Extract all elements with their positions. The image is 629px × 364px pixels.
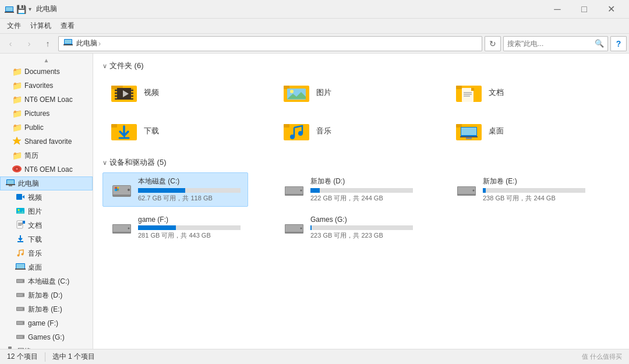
sidebar-item-docs[interactable]: 文档 bbox=[0, 218, 93, 232]
refresh-button[interactable]: ↻ bbox=[485, 36, 501, 51]
svg-point-83 bbox=[290, 135, 295, 139]
sidebar-item-local-c[interactable]: 本地磁盘 (C:) bbox=[0, 274, 93, 288]
sidebar-item-game-f[interactable]: game (F:) bbox=[0, 316, 93, 330]
menu-computer[interactable]: 计算机 bbox=[26, 20, 56, 32]
svg-rect-95 bbox=[115, 187, 116, 189]
drive-item-f[interactable]: game (F:) 281 GB 可用，共 443 GB bbox=[103, 211, 248, 244]
svg-rect-29 bbox=[15, 268, 26, 270]
drive-info-e: 新加卷 (E:) 238 GB 可用，共 244 GB bbox=[483, 176, 585, 203]
search-box[interactable]: 🔍 bbox=[503, 36, 608, 51]
sidebar-item-public[interactable]: 📁 Public bbox=[0, 121, 93, 135]
folder-icon-pictures bbox=[282, 81, 310, 104]
status-bar: 12 个项目 选中 1 个项目 值 什么值得买 bbox=[0, 349, 629, 364]
sidebar-label-resume: 简历 bbox=[24, 151, 38, 161]
maximize-button[interactable]: □ bbox=[571, 0, 598, 19]
sidebar-item-images[interactable]: 图片 bbox=[0, 204, 93, 218]
title-bar-icon bbox=[5, 5, 14, 14]
folder-item-videos[interactable]: 视频 bbox=[103, 76, 219, 109]
drive-item-e[interactable]: 新加卷 (E:) 238 GB 可用，共 244 GB bbox=[447, 172, 593, 207]
video-icon bbox=[15, 192, 26, 203]
back-button[interactable]: ‹ bbox=[2, 36, 19, 51]
sidebar-item-nt6oem[interactable]: 📁 NT6 OEM Loac bbox=[0, 93, 93, 107]
sidebar-label-public: Public bbox=[24, 123, 44, 132]
folders-section-header[interactable]: ∨ 文件夹 (6) bbox=[103, 61, 620, 71]
drives-section-header[interactable]: ∨ 设备和驱动器 (5) bbox=[103, 157, 620, 168]
sidebar-item-music[interactable]: 音乐 bbox=[0, 246, 93, 260]
forward-button[interactable]: › bbox=[21, 36, 37, 51]
svg-rect-64 bbox=[131, 97, 133, 98]
svg-marker-6 bbox=[13, 137, 21, 144]
sidebar-item-games-g[interactable]: Games (G:) bbox=[0, 330, 93, 344]
help-button[interactable]: ? bbox=[610, 36, 627, 51]
sidebar-item-new-e[interactable]: 新加卷 (E:) bbox=[0, 302, 93, 316]
drive-item-g[interactable]: Games (G:) 223 GB 可用，共 223 GB bbox=[275, 211, 420, 244]
svg-point-35 bbox=[23, 294, 24, 295]
svg-rect-59 bbox=[115, 94, 117, 96]
close-button[interactable]: ✕ bbox=[598, 0, 624, 19]
folder-icon-documents bbox=[455, 81, 483, 104]
address-bar: ‹ › ↑ 此电脑 › ↻ 🔍 ? bbox=[0, 34, 629, 54]
sidebar-item-desktop[interactable]: 桌面 bbox=[0, 260, 93, 274]
address-path[interactable]: 此电脑 › bbox=[58, 36, 482, 51]
drive-bar-container-e bbox=[483, 188, 585, 193]
title-bar-title: 此电脑 bbox=[36, 4, 544, 14]
sidebar-label-new-e: 新加卷 (E:) bbox=[28, 305, 62, 314]
svg-rect-74 bbox=[471, 88, 474, 91]
sidebar-label-nt6oem: NT6 OEM Loac bbox=[24, 96, 73, 104]
menu-file[interactable]: 文件 bbox=[2, 20, 26, 32]
minimize-button[interactable]: ─ bbox=[544, 0, 571, 19]
sidebar-label-shared-favorite: Shared favorite bbox=[24, 137, 72, 146]
sidebar-item-nt6oem2[interactable]: NT6 OEM Loac bbox=[0, 162, 93, 176]
sidebar-item-favorites[interactable]: 📁 Favorites bbox=[0, 79, 93, 93]
sidebar-item-new-d[interactable]: 新加卷 (D:) bbox=[0, 288, 93, 302]
drive-icon-e bbox=[455, 178, 478, 202]
sidebar-item-shared-favorite[interactable]: Shared favorite bbox=[0, 135, 93, 149]
menu-view[interactable]: 查看 bbox=[56, 20, 79, 32]
search-input[interactable] bbox=[507, 40, 595, 48]
sidebar-item-thispc[interactable]: 此电脑 bbox=[0, 176, 93, 190]
sidebar-label-pictures: Pictures bbox=[24, 109, 50, 118]
hdd-g-icon bbox=[15, 333, 26, 342]
drive-bar-container-g bbox=[310, 225, 413, 230]
svg-point-41 bbox=[23, 322, 24, 323]
sidebar-item-documents[interactable]: 📁 Documents bbox=[0, 65, 93, 79]
desktop-icon bbox=[15, 262, 26, 273]
drive-bar-f bbox=[138, 225, 176, 230]
svg-rect-28 bbox=[16, 264, 24, 268]
drive-space-e: 238 GB 可用，共 244 GB bbox=[483, 194, 585, 203]
sidebar-item-downloads[interactable]: 下载 bbox=[0, 232, 93, 246]
pictures-icon bbox=[15, 206, 26, 217]
drive-item-d[interactable]: 新加卷 (D:) 222 GB 可用，共 244 GB bbox=[275, 172, 420, 207]
folder-icon: 📁 bbox=[12, 123, 22, 132]
folder-item-pictures[interactable]: 图片 bbox=[275, 76, 391, 109]
folder-icon: 📁 bbox=[12, 151, 22, 160]
sidebar-item-videos[interactable]: 视频 bbox=[0, 190, 93, 204]
svg-point-110 bbox=[301, 228, 302, 229]
drive-icon-c bbox=[110, 178, 133, 202]
downloads-icon bbox=[15, 234, 26, 245]
drives-grid: 本地磁盘 (C:) 62.7 GB 可用，共 118 GB bbox=[103, 172, 620, 244]
docs-icon bbox=[15, 220, 26, 231]
drive-item-c[interactable]: 本地磁盘 (C:) 62.7 GB 可用，共 118 GB bbox=[103, 172, 248, 207]
hdd-d-icon bbox=[15, 291, 26, 301]
folder-item-desktop[interactable]: 桌面 bbox=[447, 114, 564, 148]
folder-item-documents[interactable]: 文档 bbox=[447, 76, 564, 109]
up-button[interactable]: ↑ bbox=[40, 36, 56, 51]
sidebar-item-network[interactable]: 网络 bbox=[0, 344, 93, 349]
svg-marker-15 bbox=[22, 195, 24, 199]
address-breadcrumb-thispc: 此电脑 bbox=[76, 38, 97, 48]
svg-point-44 bbox=[23, 336, 24, 337]
drive-space-c: 62.7 GB 可用，共 118 GB bbox=[138, 194, 241, 203]
music-icon bbox=[15, 248, 26, 259]
folder-icon-desktop bbox=[455, 119, 483, 143]
thispc-icon bbox=[5, 178, 16, 189]
drive-bar-container-f bbox=[138, 225, 241, 230]
sidebar-item-pictures[interactable]: 📁 Pictures bbox=[0, 107, 93, 121]
folder-item-downloads[interactable]: 下载 bbox=[103, 114, 219, 148]
sidebar-item-resume[interactable]: 📁 简历 bbox=[0, 149, 93, 162]
folder-icon: 📁 bbox=[12, 67, 22, 76]
folder-item-music[interactable]: 音乐 bbox=[275, 114, 391, 148]
sidebar-label-thispc: 此电脑 bbox=[18, 179, 39, 189]
svg-point-17 bbox=[18, 209, 20, 211]
drive-bar-c bbox=[138, 188, 185, 193]
